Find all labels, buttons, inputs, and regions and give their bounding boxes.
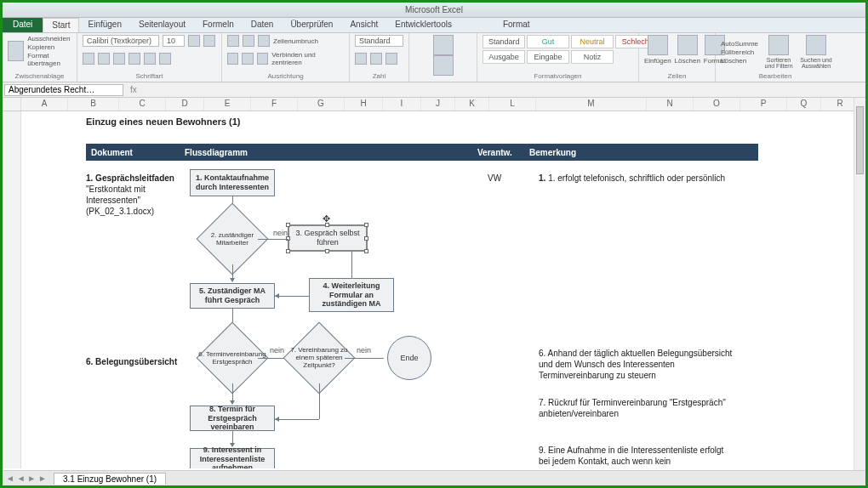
flow-decision-7[interactable]: 7. Vereinbarung zu einem späteren Zeitpu…	[294, 332, 345, 383]
tab-view[interactable]: Ansicht	[341, 18, 386, 32]
file-tab[interactable]: Datei	[3, 18, 43, 32]
fx-icon[interactable]: fx	[130, 85, 137, 94]
flow-box-8[interactable]: 8. Termin für Erstgespräch vereinbaren	[190, 406, 275, 431]
italic-icon[interactable]	[98, 53, 110, 65]
bem-1: 1. 1. erfolgt telefonisch, schriftlich o…	[539, 173, 734, 184]
align-center-icon[interactable]	[242, 53, 253, 65]
tab-insert[interactable]: Einfügen	[79, 18, 129, 32]
flow-decision-2[interactable]: 2. zuständiger Mitarbeiter	[207, 213, 258, 264]
sheet-content: Einzug eines neuen Bewohners (1) Dokumen…	[21, 111, 865, 468]
bold-icon[interactable]	[83, 53, 94, 65]
col-K[interactable]: K	[455, 98, 489, 111]
fill-button[interactable]: Füllbereich	[721, 48, 758, 56]
flow-box-4[interactable]: 4. Weiterleitung Formular an zuständigen…	[309, 278, 394, 312]
wrap-button[interactable]: Zeilenumbruch	[273, 37, 318, 45]
style-neutral[interactable]: Neutral	[571, 35, 614, 48]
align-mid-icon[interactable]	[243, 35, 254, 47]
row-headers[interactable]	[3, 111, 21, 468]
border-icon[interactable]	[128, 53, 140, 65]
col-N[interactable]: N	[647, 98, 694, 111]
style-note[interactable]: Notiz	[571, 50, 614, 64]
tab-start[interactable]: Start	[43, 18, 79, 32]
percent-icon[interactable]	[370, 53, 382, 65]
worksheet[interactable]: Einzug eines neuen Bewohners (1) Dokumen…	[3, 111, 865, 468]
resize-handle[interactable]	[286, 223, 290, 227]
name-box[interactable]: Abgerundetes Recht…	[4, 84, 123, 96]
tab-formulas[interactable]: Formeln	[194, 18, 243, 32]
sheet-nav[interactable]: ◄ ◄ ► ►	[3, 474, 54, 483]
group-label: Bearbeiten	[721, 72, 830, 80]
copy-button[interactable]: Kopieren	[27, 43, 71, 51]
col-D[interactable]: D	[166, 98, 204, 111]
col-P[interactable]: P	[740, 98, 787, 111]
col-O[interactable]: O	[694, 98, 740, 111]
style-input[interactable]: Eingabe	[527, 50, 569, 64]
col-F[interactable]: F	[251, 98, 298, 111]
col-C[interactable]: C	[119, 98, 166, 111]
resize-handle[interactable]	[286, 249, 290, 253]
col-E[interactable]: E	[204, 98, 251, 111]
flow-box-3-selected[interactable]: 3. Gespräch selbst führen	[288, 225, 367, 251]
merge-button[interactable]: Verbinden und zentrieren	[271, 51, 344, 66]
comma-icon[interactable]	[385, 53, 397, 65]
font-name-select[interactable]: Calibri (Textkörper)	[83, 35, 159, 47]
align-top-icon[interactable]	[227, 35, 239, 47]
flow-box-5[interactable]: 5. Zuständiger MA führt Gespräch	[190, 283, 275, 309]
cond-format-icon[interactable]	[433, 35, 454, 55]
flow-box-1[interactable]: 1. Kontaktaufnahme durch Interessenten	[190, 169, 275, 196]
number-format-select[interactable]: Standard	[355, 35, 403, 47]
font-size-select[interactable]: 10	[163, 35, 185, 47]
resize-handle[interactable]	[364, 249, 368, 253]
increase-font-icon[interactable]	[188, 35, 200, 47]
resize-handle[interactable]	[364, 236, 368, 241]
sheet-tab[interactable]: 3.1 Einzug Bewohner (1)	[54, 473, 166, 485]
tab-format[interactable]: Format	[494, 18, 539, 32]
style-standard[interactable]: Standard	[483, 35, 525, 48]
tab-data[interactable]: Daten	[243, 18, 283, 32]
format-painter-button[interactable]: Format übertragen	[27, 52, 71, 67]
sort-icon[interactable]	[768, 35, 789, 55]
flow-terminator-ende[interactable]: Ende	[387, 336, 431, 380]
tab-pagelayout[interactable]: Seitenlayout	[130, 18, 194, 32]
col-I[interactable]: I	[383, 98, 421, 111]
flow-box-9[interactable]: 9. Interessent in Interessentenliste auf…	[190, 448, 275, 468]
currency-icon[interactable]	[355, 53, 367, 65]
col-G[interactable]: G	[298, 98, 345, 111]
tab-review[interactable]: Überprüfen	[282, 18, 341, 32]
autosum-button[interactable]: AutoSumme	[721, 40, 758, 48]
style-good[interactable]: Gut	[527, 35, 569, 48]
select-all-corner[interactable]	[3, 98, 21, 111]
resize-handle[interactable]	[325, 249, 329, 253]
doc-col-1: 1. Gesprächsleitfaden "Erstkontakt mit I…	[86, 173, 178, 217]
paste-icon[interactable]	[8, 41, 24, 61]
col-Q[interactable]: Q	[787, 98, 821, 111]
clear-button[interactable]: Löschen	[721, 57, 758, 65]
align-right-icon[interactable]	[257, 53, 268, 65]
col-J[interactable]: J	[421, 98, 455, 111]
underline-icon[interactable]	[113, 53, 125, 65]
cut-button[interactable]: Ausschneiden	[27, 35, 71, 43]
connector	[275, 296, 309, 297]
th-dokument: Dokument	[86, 148, 180, 157]
find-icon[interactable]	[806, 35, 826, 55]
tab-dev[interactable]: Entwicklertools	[386, 18, 460, 32]
table-format-icon[interactable]	[433, 55, 454, 76]
resize-handle[interactable]	[364, 223, 368, 227]
vertical-scrollbar[interactable]	[854, 98, 865, 470]
align-bot-icon[interactable]	[258, 35, 270, 47]
col-M[interactable]: M	[536, 98, 647, 111]
col-A[interactable]: A	[21, 98, 68, 111]
delete-icon[interactable]	[677, 35, 698, 55]
flow-decision-6[interactable]: 6. Terminvereinbarung Erstgespräch	[207, 332, 258, 383]
group-label: Ausrichtung	[227, 72, 344, 80]
scroll-thumb[interactable]	[856, 106, 864, 174]
col-L[interactable]: L	[489, 98, 536, 111]
align-left-icon[interactable]	[227, 53, 238, 65]
col-H[interactable]: H	[345, 98, 383, 111]
style-output[interactable]: Ausgabe	[483, 50, 525, 64]
insert-icon[interactable]	[648, 35, 668, 55]
fill-color-icon[interactable]	[144, 53, 156, 65]
font-color-icon[interactable]	[159, 53, 171, 65]
col-B[interactable]: B	[68, 98, 119, 111]
decrease-font-icon[interactable]	[203, 35, 215, 47]
